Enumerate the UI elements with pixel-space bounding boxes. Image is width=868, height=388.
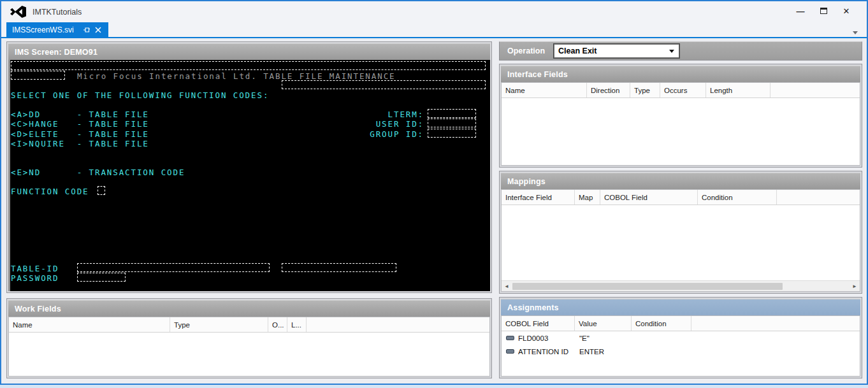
scroll-left-icon[interactable]: ◄ [502,282,512,291]
tab-close-icon[interactable] [93,25,103,35]
terminal-text: PASSWORD [11,273,59,283]
terminal-text: FUNCTION CODE [11,187,89,196]
app-window: IMTKTutorials — ✕ IMSScreenWS.svi [0,0,868,385]
terminal-input-field[interactable] [282,80,485,89]
column-header[interactable]: Map [575,190,600,205]
maximize-button[interactable] [812,4,835,18]
ims-screen-title: IMS Screen: DEMO91 [15,48,98,57]
assignments-table-body[interactable]: FLD0003"E"ATTENTION IDENTER [502,331,860,376]
assignments-column-headers: COBOL FieldValueCondition [502,316,860,331]
terminal-text: Micro Focus International Ltd. TABLE FIL… [77,71,396,81]
terminal-text: LTERM: [388,110,424,119]
column-header[interactable]: COBOL Field [502,316,575,331]
interface-fields-column-headers: NameDirectionTypeOccursLength [502,83,860,98]
scrollbar-track[interactable] [512,282,850,291]
scrollbar-thumb[interactable] [512,283,783,290]
cobol-field-icon [506,349,514,354]
column-header[interactable]: Value [575,316,632,331]
cobol-field-icon [506,336,514,340]
assignment-cell: ATTENTION ID [518,348,575,356]
terminal-input-field[interactable] [428,119,476,127]
operation-label: Operation [500,47,554,55]
tab-strip: IMSScreenWS.svi [1,22,867,37]
scroll-right-icon[interactable]: ► [850,282,860,291]
assignment-cell: ENTER [575,348,632,356]
terminal-text: USER ID: [376,119,424,129]
terminal-input-field[interactable] [428,109,476,118]
work-fields-table-body[interactable] [9,333,489,376]
column-header[interactable]: Name [502,83,587,97]
work-fields-header: Work Fields [8,300,490,317]
mappings-title: Mappings [507,177,546,186]
column-header[interactable]: Occurs [660,83,706,97]
mappings-table-body[interactable] [502,205,860,280]
visual-studio-logo-icon [10,6,27,18]
terminal-text: <E>ND - TRANSACTION CODE [11,168,185,177]
minimize-button[interactable]: — [789,4,812,18]
terminal-input-field[interactable] [98,186,105,195]
column-header[interactable]: Name [9,317,170,332]
column-header[interactable]: Condition [698,190,777,205]
interface-fields-header: Interface Fields [501,66,860,82]
window-title: IMTKTutorials [33,8,82,17]
pin-icon[interactable] [82,25,92,35]
assignments-title: Assignments [507,303,559,312]
terminal-text: <I>NQUIRE - TABLE FILE [11,139,149,148]
mappings-panel: Mappings Interface FieldMapCOBOL FieldCo… [499,171,862,294]
assignments-header: Assignments [501,299,860,315]
combobox-dropdown-icon[interactable] [669,50,674,53]
tab-label: IMSScreenWS.svi [12,25,74,34]
column-header[interactable]: COBOL Field [600,190,698,205]
column-header[interactable]: L... [287,317,307,332]
operation-bar: Operation Clean Exit [499,41,862,61]
mappings-horizontal-scrollbar[interactable]: ◄ ► [502,280,860,291]
assignments-panel: Assignments COBOL FieldValueCondition FL… [499,297,862,378]
column-header[interactable]: Length [706,83,770,97]
terminal-text: <D>ELETE - TABLE FILE [11,129,149,139]
assignment-cell: "E" [575,334,632,342]
terminal-input-field[interactable] [11,71,65,80]
assignment-cell: FLD0003 [518,334,575,342]
main-content: IMS Screen: DEMO91 Micro Focus Internati… [1,38,867,384]
terminal-text: <C>HANGE - TABLE FILE [11,119,149,129]
ims-terminal-screen[interactable]: Micro Focus International Ltd. TABLE FIL… [8,60,490,291]
operation-combobox[interactable]: Clean Exit [554,44,679,58]
assignment-row[interactable]: ATTENTION IDENTER [502,345,860,358]
column-header[interactable]: Type [170,317,268,332]
terminal-input-field[interactable] [77,273,126,282]
document-list-dropdown-icon[interactable] [853,31,858,34]
work-fields-column-headers: NameTypeO...L... [9,317,489,333]
ims-screen-panel: IMS Screen: DEMO91 Micro Focus Internati… [6,41,492,293]
terminal-input-field[interactable] [11,61,486,70]
title-bar: IMTKTutorials — ✕ [1,1,867,22]
close-button[interactable]: ✕ [835,4,858,18]
interface-fields-panel: Interface Fields NameDirectionTypeOccurs… [499,64,862,168]
column-header[interactable]: Condition [632,316,691,331]
operation-combobox-value: Clean Exit [554,47,669,55]
mappings-header: Mappings [501,173,860,189]
column-header[interactable]: Interface Field [502,190,575,205]
terminal-text: <A>DD - TABLE FILE [11,110,149,119]
work-fields-title: Work Fields [15,305,61,313]
column-header[interactable]: Direction [587,83,630,97]
ims-screen-header: IMS Screen: DEMO91 [8,43,490,60]
interface-fields-title: Interface Fields [507,70,568,79]
terminal-input-field[interactable] [282,263,396,272]
terminal-input-field[interactable] [428,129,476,138]
column-header[interactable]: O... [268,317,287,332]
terminal-input-field[interactable] [77,263,270,272]
maximize-icon [820,8,827,14]
tab-imsscreenws[interactable]: IMSScreenWS.svi [6,22,108,37]
assignment-row[interactable]: FLD0003"E" [502,331,860,345]
column-header[interactable]: Type [630,83,660,97]
terminal-text: SELECT ONE OF THE FOLLOWING FUNCTION COD… [11,90,269,100]
interface-fields-table-body[interactable] [502,98,860,165]
mappings-column-headers: Interface FieldMapCOBOL FieldCondition [502,190,860,205]
terminal-text: GROUP ID: [370,129,424,139]
work-fields-panel: Work Fields NameTypeO...L... [6,298,492,378]
terminal-text: TABLE-ID [11,264,59,273]
